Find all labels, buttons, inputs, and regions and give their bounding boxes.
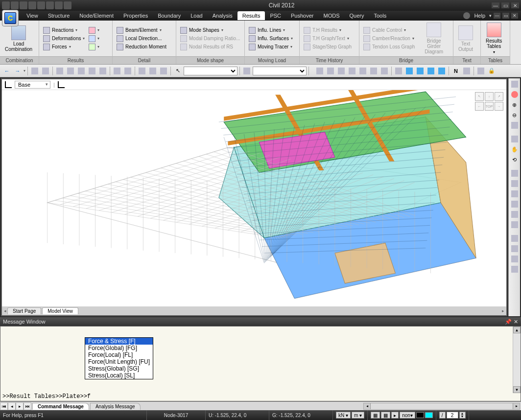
- window-minimize-button[interactable]: —: [492, 2, 499, 8]
- autocomplete-popup[interactable]: Force & Stress [F] Force(Global) [FG] Fo…: [85, 337, 153, 379]
- menu-boundary[interactable]: Boundary: [153, 11, 186, 20]
- msg-hscroll[interactable]: ◂ ▸: [363, 403, 520, 410]
- rt-zoom-out-icon[interactable]: ⊖: [510, 110, 520, 120]
- rt-rotate-icon[interactable]: ⟲: [510, 155, 520, 164]
- beam-element-button[interactable]: Beam/Element▾: [116, 26, 167, 34]
- view-cube-n[interactable]: ↑: [485, 92, 494, 101]
- rt-icon-17[interactable]: [510, 254, 520, 264]
- message-body[interactable]: Force & Stress [F] Force(Global) [FG] Fo…: [0, 326, 521, 401]
- rt-zoom-in-icon[interactable]: ⊕: [510, 100, 520, 110]
- menu-query[interactable]: Query: [345, 11, 369, 20]
- reactions-button[interactable]: Reactions▾: [42, 26, 86, 34]
- tb-icon-8[interactable]: [112, 66, 122, 76]
- chevron-down-icon[interactable]: ▾: [489, 13, 492, 18]
- autocomplete-item[interactable]: Force & Stress [F]: [85, 338, 153, 345]
- rt-icon-2[interactable]: [510, 90, 520, 99]
- menu-view[interactable]: View: [22, 11, 43, 20]
- rt-icon-13[interactable]: [510, 210, 520, 219]
- tb-icon-15[interactable]: [326, 66, 335, 76]
- msg-tab-next[interactable]: ▸: [16, 402, 24, 410]
- influ-lines-button[interactable]: Influ. Lines▾: [248, 26, 294, 34]
- rt-icon-10[interactable]: [510, 179, 520, 188]
- rt-icon-18[interactable]: [510, 264, 520, 274]
- autocomplete-item[interactable]: Force(Global) [FG]: [85, 345, 153, 351]
- rt-icon-15[interactable]: [510, 233, 520, 243]
- tb-icon-n[interactable]: N: [451, 66, 461, 76]
- tb-icon-6[interactable]: [87, 66, 97, 76]
- qat-open-icon[interactable]: [11, 1, 19, 9]
- rt-icon-11[interactable]: [510, 189, 520, 199]
- msg-vscrollbar[interactable]: ▲▼: [513, 327, 521, 393]
- tb-back-icon[interactable]: ←: [2, 66, 12, 76]
- command-line[interactable]: >>Result Tables>>Plate>>f: [2, 393, 519, 401]
- qat-new-icon[interactable]: [2, 1, 10, 9]
- tb-icon-16[interactable]: [336, 66, 346, 76]
- tb-icon-17[interactable]: [347, 66, 357, 76]
- tb-icon-20[interactable]: [379, 66, 389, 76]
- tb-lock-icon[interactable]: 🔒: [487, 66, 497, 76]
- tb-icon-11[interactable]: [148, 66, 158, 76]
- status-style-combo[interactable]: non▾: [400, 412, 415, 419]
- app-logo[interactable]: C: [2, 10, 19, 26]
- menu-structure[interactable]: Structure: [43, 11, 75, 20]
- tab-start-page[interactable]: Start Page: [7, 307, 41, 314]
- view-cube-ne[interactable]: ↗: [495, 92, 503, 101]
- tb-fwd-icon[interactable]: →: [13, 66, 23, 76]
- tb-icon-3[interactable]: [55, 66, 65, 76]
- menu-analysis[interactable]: Analysis: [208, 11, 237, 20]
- qat-saveall-icon[interactable]: [37, 1, 45, 9]
- autocomplete-item[interactable]: Stress(Local) [SL]: [85, 372, 153, 379]
- results-icon-2[interactable]: ▾: [88, 35, 100, 43]
- menu-mods[interactable]: MODS: [319, 11, 345, 20]
- msg-tab-first[interactable]: ⏮: [0, 402, 8, 410]
- tb-icon-9[interactable]: [123, 66, 133, 76]
- tb-cursor-icon[interactable]: ↖: [173, 66, 183, 76]
- autocomplete-item[interactable]: Force(Local) [FL]: [85, 351, 153, 358]
- moving-tracer-button[interactable]: Moving Tracer▾: [248, 43, 294, 51]
- doc-tab-scroll-left[interactable]: ◂: [4, 308, 6, 313]
- menu-node-element[interactable]: Node/Element: [74, 11, 118, 20]
- influ-surfaces-button[interactable]: Influ. Surfaces▾: [248, 35, 294, 43]
- tb-icon-23[interactable]: [415, 66, 425, 76]
- status-value-input[interactable]: [447, 412, 458, 419]
- window-close-button[interactable]: ✕: [511, 2, 519, 8]
- status-btn-1[interactable]: ▦: [371, 412, 380, 419]
- tb-icon-27[interactable]: [476, 66, 486, 76]
- window-maximize-button[interactable]: ▭: [501, 2, 509, 8]
- unit-force-combo[interactable]: kN ▾: [336, 412, 351, 419]
- mdi-close-button[interactable]: ✕: [511, 13, 518, 19]
- msg-tab-last[interactable]: ⏭: [24, 402, 31, 410]
- rt-icon-14[interactable]: [510, 220, 520, 230]
- rt-zoom-window-icon[interactable]: [510, 134, 520, 144]
- tb-icon-7[interactable]: [98, 66, 108, 76]
- mdi-restore-button[interactable]: ▭: [502, 13, 509, 19]
- status-spin-up[interactable]: ▲▼: [459, 412, 466, 419]
- view-cube-nw[interactable]: ↖: [475, 92, 484, 101]
- status-slash[interactable]: /: [439, 412, 446, 419]
- tb-icon-12[interactable]: [159, 66, 168, 76]
- menu-results[interactable]: Results: [237, 11, 265, 20]
- tb-icon-5[interactable]: [76, 66, 86, 76]
- close-icon[interactable]: ✕: [514, 319, 518, 325]
- qat-print-icon[interactable]: [46, 1, 54, 9]
- rt-icon-1[interactable]: [510, 79, 520, 89]
- forces-button[interactable]: Forces▾: [42, 43, 86, 51]
- results-icon-3[interactable]: ▾: [88, 43, 100, 51]
- menu-properties[interactable]: Properties: [118, 11, 153, 20]
- view-cube[interactable]: ↖ ↑ ↗ ← TOP →: [475, 92, 504, 114]
- autocomplete-item[interactable]: Stress(Global) [SG]: [85, 365, 153, 372]
- autocomplete-item[interactable]: Force(Unit Length) [FU]: [85, 358, 153, 365]
- tb-icon-14[interactable]: [315, 66, 325, 76]
- tb-icon-10[interactable]: [137, 66, 147, 76]
- gear-icon[interactable]: [463, 12, 470, 19]
- rt-zoom-fit-icon[interactable]: [510, 120, 520, 130]
- rt-icon-16[interactable]: [510, 244, 520, 254]
- model-canvas[interactable]: ↖ ↑ ↗ ← TOP →: [2, 90, 506, 315]
- doc-tab-scroll-right[interactable]: ▸: [502, 308, 504, 313]
- tb-icon-26[interactable]: [462, 66, 472, 76]
- reduction-moment-button[interactable]: Reduction Moment: [116, 43, 167, 51]
- tb-icon-4[interactable]: [66, 66, 75, 76]
- tab-model-view[interactable]: Model View: [42, 307, 78, 314]
- message-window-title-bar[interactable]: Message Window 📌 ✕: [0, 317, 521, 326]
- tb-selection-combo[interactable]: [184, 67, 237, 75]
